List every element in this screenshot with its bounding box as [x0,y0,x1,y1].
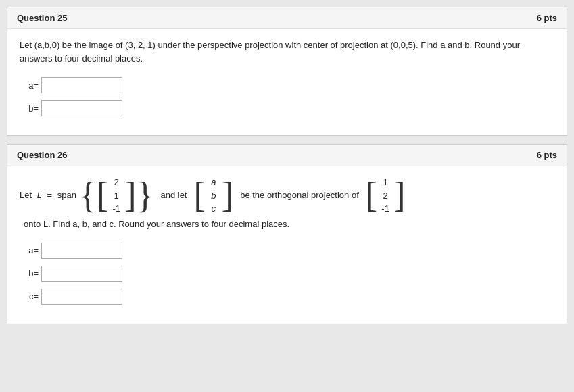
question-25-body: Let (a,b,0) be the image of (3, 2, 1) un… [7,29,567,135]
proj-vec-v1: 1 [379,176,391,189]
span-vec-v3: -1 [110,202,122,216]
q26-span-text: span [57,189,76,201]
q26-problem-statement: Let L = span { [ 2 1 -1 ] } a [20,176,554,230]
span-vec-row-1: 2 [110,176,122,189]
question-25-title: Question 25 [17,13,67,23]
q26-equals-span: = [45,189,55,201]
q26-let-vector-values: a b c [206,176,222,216]
let-vec-b: b [208,189,220,203]
q26-input-c[interactable] [41,289,122,305]
q26-let-vector-bracket: [ a b c ] [194,176,234,216]
question-26-points: 6 pts [537,150,557,160]
q26-field-c-row: c= [20,289,554,305]
q26-input-a[interactable] [41,243,122,259]
question-25-points: 6 pts [537,13,557,23]
bracket-right-1: ] [124,178,136,213]
proj-vec-v3: -1 [379,202,391,216]
q26-and-let-text: and let [160,189,187,201]
q26-onto-text: onto L. Find a, b, and c. Round your ans… [24,218,289,230]
q26-L-label: L [37,189,42,201]
q25-input-b[interactable] [41,100,122,116]
left-curly-brace: { [79,177,97,214]
question-26-header: Question 26 6 pts [7,145,567,166]
q26-proj-vector-bracket: [ 1 2 -1 ] [366,176,406,216]
q25-field-b-row: b= [20,100,554,116]
question-25-text: Let (a,b,0) be the image of (3, 2, 1) un… [20,39,554,65]
q26-span-vector-values: 2 1 -1 [108,176,124,216]
right-curly-brace: } [137,177,154,214]
let-vec-row-1: a [208,176,220,189]
question-26-title: Question 26 [17,150,67,160]
q25-label-a: a= [20,80,39,91]
q26-label-b: b= [20,268,39,278]
question-26-card: Question 26 6 pts Let L = span { [ 2 1 -… [7,144,567,324]
q25-input-a[interactable] [41,77,122,93]
q26-be-text: be the orthogonal projection of [240,189,359,201]
q26-let-text: Let [20,189,34,201]
bracket-right-2: ] [222,178,233,213]
let-vec-row-3: c [208,202,220,216]
let-vec-row-2: b [208,189,220,203]
q25-field-a-row: a= [20,77,554,93]
q25-label-b: b= [20,103,39,114]
proj-vec-row-1: 1 [379,176,391,189]
proj-vec-row-2: 2 [379,189,391,203]
bracket-left-3: [ [366,178,377,213]
span-vec-v1: 2 [110,176,122,189]
let-vec-c: c [208,202,220,216]
let-vec-a: a [208,176,220,189]
bracket-left-1: [ [97,178,108,213]
span-vec-v2: 1 [110,189,122,203]
question-25-card: Question 25 6 pts Let (a,b,0) be the ima… [7,7,567,136]
q26-input-b[interactable] [41,266,122,282]
span-vec-row-3: -1 [110,202,122,216]
bracket-right-3: ] [393,178,405,213]
q26-field-a-row: a= [20,243,554,259]
q26-brace-group: { [ 2 1 -1 ] } [79,176,154,216]
q26-field-b-row: b= [20,266,554,282]
proj-vec-v2: 2 [379,189,391,203]
q26-span-vector-bracket: [ 2 1 -1 ] [97,176,137,216]
question-26-body: Let L = span { [ 2 1 -1 ] } a [7,166,567,324]
question-25-header: Question 25 6 pts [7,7,567,29]
span-vec-row-2: 1 [110,189,122,203]
proj-vec-row-3: -1 [379,202,391,216]
q26-label-c: c= [20,291,39,301]
q26-proj-vector-values: 1 2 -1 [377,176,393,216]
bracket-left-2: [ [194,178,206,213]
q26-label-a: a= [20,245,39,255]
